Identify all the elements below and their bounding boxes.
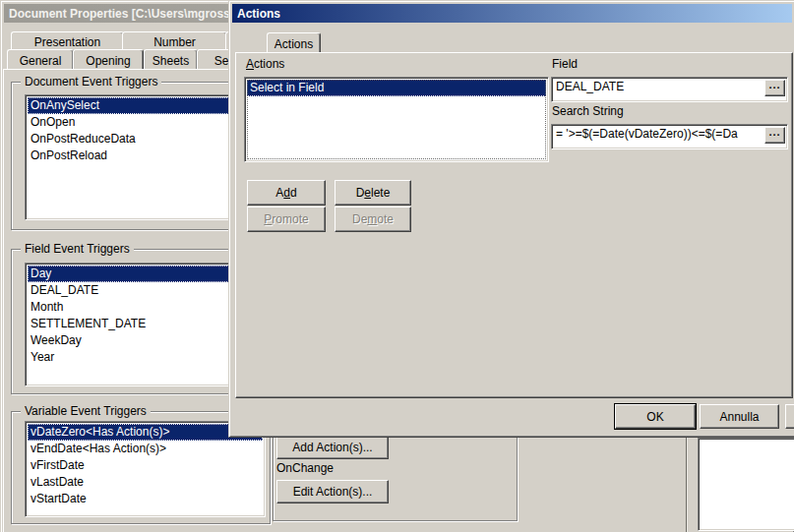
add-actions-button-label: Add Action(s)...	[292, 441, 372, 454]
add-button-label: A	[275, 186, 283, 200]
tab-general-label: General	[20, 54, 62, 68]
tab-actions-label: Actions	[275, 37, 313, 51]
actions-list[interactable]: Select in Field	[244, 77, 549, 162]
add-button-rest: d	[290, 186, 297, 200]
actions-dialog: Actions Actions Actions Select in Field …	[228, 0, 794, 438]
promote-button-rest: romote	[272, 212, 308, 226]
tab-opening-label: Opening	[86, 54, 130, 68]
actions-list-label: Actions	[246, 57, 284, 71]
actions-list-label-rest: ctions	[254, 57, 284, 71]
field-label: Field	[552, 57, 578, 71]
screen: Document Properties [C:\Users\mgrossi Pr…	[0, 0, 794, 532]
list-item[interactable]: vStartDate	[28, 491, 263, 507]
field-browse-button[interactable]: ...	[764, 80, 785, 96]
tab-number-label: Number	[153, 35, 196, 49]
tab-presentation-label: Presentation	[34, 35, 100, 49]
list-item[interactable]: vLastDate	[28, 474, 263, 491]
promote-button[interactable]: Promote	[247, 207, 326, 232]
add-actions-button[interactable]: Add Action(s)...	[276, 436, 389, 459]
cut-off-button[interactable]	[785, 404, 794, 429]
ellipsis-icon: ...	[768, 81, 780, 89]
cancel-button[interactable]: Annulla	[700, 404, 779, 429]
demote-button[interactable]: Demote	[335, 207, 411, 232]
tab-sheets-label: Sheets	[153, 54, 189, 68]
promote-button-key: P	[264, 212, 272, 226]
field-value: DEAL_DATE	[556, 80, 624, 93]
edit-actions-button-label: Edit Action(s)...	[293, 485, 373, 499]
list-item[interactable]: vEndDate<Has Action(s)>	[28, 441, 263, 457]
cancel-button-label: Annulla	[719, 410, 759, 424]
actions-dialog-titlebar[interactable]: Actions	[232, 4, 792, 23]
variable-event-triggers-label: Variable Event Triggers	[21, 404, 151, 418]
group-edge-line	[686, 437, 688, 532]
field-event-triggers-label: Field Event Triggers	[21, 242, 134, 256]
actions-list-label-key: A	[246, 57, 254, 71]
right-list-partial[interactable]	[698, 438, 794, 531]
ellipsis-icon: ...	[768, 128, 780, 136]
ok-button-label: OK	[646, 410, 663, 424]
list-item[interactable]: vFirstDate	[28, 457, 263, 474]
field-input[interactable]: DEAL_DATE ...	[551, 77, 788, 102]
search-string-value: = '>=$(=Date(vDateZero))<=$(=Da	[556, 127, 738, 141]
delete-button-rest: lete	[371, 186, 390, 200]
onchange-label: OnChange	[276, 461, 334, 475]
document-properties-title: Document Properties [C:\Users\mgrossi	[9, 7, 233, 21]
document-event-triggers-label: Document Event Triggers	[21, 75, 161, 89]
demote-button-rest: ote	[377, 212, 394, 226]
add-button[interactable]: Add	[247, 180, 326, 206]
delete-button-label: D	[356, 186, 365, 200]
ok-button[interactable]: OK	[615, 404, 696, 429]
delete-button[interactable]: Delete	[335, 180, 411, 206]
add-button-key: d	[283, 186, 290, 200]
delete-button-key: e	[364, 186, 371, 200]
search-string-label: Search String	[552, 104, 624, 118]
demote-button-label: De	[352, 212, 367, 226]
actions-dialog-title: Actions	[237, 7, 280, 21]
edit-actions-button[interactable]: Edit Action(s)...	[276, 480, 389, 503]
list-item[interactable]: Select in Field	[247, 80, 546, 96]
search-browse-button[interactable]: ...	[764, 127, 785, 144]
search-string-input[interactable]: = '>=$(=Date(vDateZero))<=$(=Da ...	[551, 124, 788, 149]
demote-button-key: m	[367, 212, 377, 226]
